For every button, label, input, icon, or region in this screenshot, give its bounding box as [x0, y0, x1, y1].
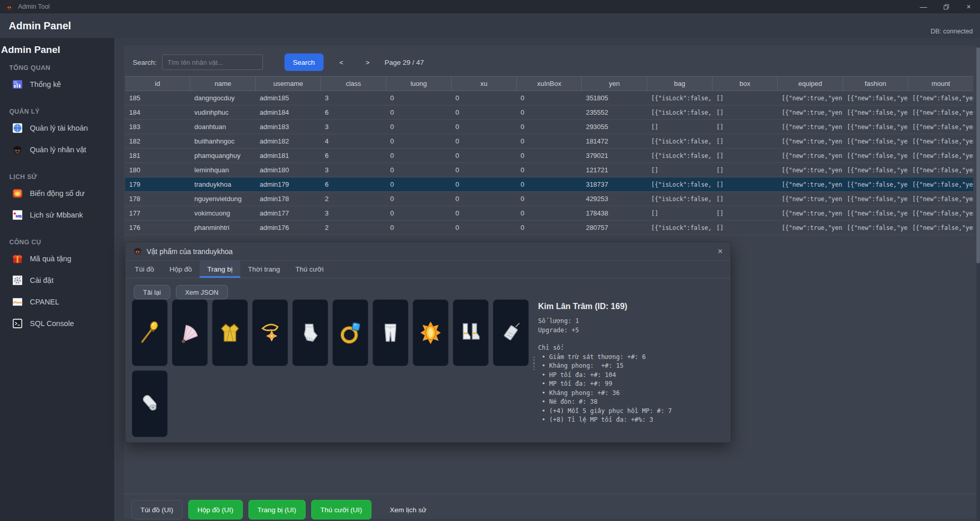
cell-equiped: [{"new":true,"yen":9...	[777, 91, 843, 105]
table-row[interactable]: 182buithanhngocadmin1824000181472[{"isLo…	[125, 134, 973, 149]
item-slot[interactable]	[332, 299, 368, 366]
sidebar-item-gift[interactable]: Mã quà tặng	[0, 248, 114, 270]
item-detail-block: Số lượng: 1 Upgrade: +5 Chỉ số: Giảm trừ…	[538, 317, 723, 425]
sidebar-item-character[interactable]: Quản lý nhân vật	[0, 139, 114, 160]
column-header-name[interactable]: name	[190, 77, 256, 91]
footer-button-0[interactable]: Túi đồ (UI)	[131, 500, 183, 519]
cell-luong: 0	[386, 206, 451, 221]
table-row[interactable]: 176phanminhtriadmin1762000280757[{"isLoc…	[125, 221, 973, 235]
footer-button-1[interactable]: Hộp đồ (UI)	[188, 500, 243, 519]
sidebar-section: CÔNG CỤMã quà tặngCài đặtCPANELSQL Conso…	[0, 239, 114, 334]
sidebar-item-stats[interactable]: Thống kê	[0, 74, 114, 95]
column-header-yen[interactable]: yen	[582, 77, 647, 91]
minimize-button[interactable]: —	[912, 0, 935, 13]
item-slot[interactable]	[212, 299, 248, 366]
modal-tab-1[interactable]: Hộp đồ	[162, 261, 200, 278]
item-slot[interactable]	[172, 299, 208, 366]
column-header-xu[interactable]: xu	[451, 77, 516, 91]
sidebar-item-mbbank[interactable]: Lịch sử Mbbank	[0, 204, 114, 226]
sidebar-item-gear[interactable]: Cài đặt	[0, 270, 114, 291]
footer-divider	[124, 494, 976, 494]
cell-class: 3	[321, 163, 386, 177]
main-scrollbar[interactable]	[976, 46, 980, 521]
column-header-equiped[interactable]: equiped	[777, 77, 843, 91]
footer-button-3[interactable]: Thú cưỡi (UI)	[311, 500, 371, 519]
pants-icon	[378, 320, 403, 346]
cell-mount: [{"new":false,"yen":...	[908, 149, 973, 163]
cell-xuInBox: 0	[516, 134, 582, 149]
cell-xu: 0	[451, 163, 516, 177]
item-slot[interactable]	[292, 299, 328, 366]
cell-bag: []	[647, 206, 712, 221]
prev-page-button[interactable]: <	[337, 59, 346, 66]
column-header-mount[interactable]: mount	[908, 77, 973, 91]
cell-mount: [{"new":false,"yen":...	[908, 192, 973, 206]
item-slot[interactable]	[372, 299, 408, 366]
sidebar-item-account[interactable]: Quản lý tài khoản	[0, 117, 114, 139]
column-header-class[interactable]: class	[321, 77, 386, 91]
close-window-button[interactable]: ×	[957, 0, 980, 13]
cell-id: 184	[125, 105, 190, 120]
item-slot[interactable]	[493, 299, 529, 366]
cell-class: 6	[321, 177, 386, 192]
sidebar-item-console[interactable]: SQL Console	[0, 313, 114, 334]
cell-username: admin185	[256, 91, 321, 105]
reload-button[interactable]: Tải lại	[134, 285, 170, 299]
search-input[interactable]	[162, 55, 263, 70]
cell-equiped: [{"new":true,"yen":9...	[777, 192, 843, 206]
column-header-bag[interactable]: bag	[647, 77, 712, 91]
modal-tab-4[interactable]: Thú cưỡi	[288, 261, 331, 278]
cell-mount: [{"new":false,"yen":...	[908, 91, 973, 105]
app-window: { "window": { "title": "Admin Tool", "co…	[0, 0, 980, 521]
app-icon	[5, 3, 13, 11]
cell-id: 181	[125, 149, 190, 163]
sidebar-item-balance[interactable]: Biến động số dư	[0, 183, 114, 204]
column-header-id[interactable]: id	[125, 77, 190, 91]
cell-luong: 0	[386, 149, 451, 163]
cell-class: 3	[321, 91, 386, 105]
table-row[interactable]: 184vudinhphucadmin1846000235552[{"isLock…	[125, 105, 973, 120]
table-row[interactable]: 180leminhquanadmin1803000121721[][][{"ne…	[125, 163, 973, 177]
table-row[interactable]: 178nguyenvietdungadmin1782000429253[{"is…	[125, 192, 973, 206]
column-header-username[interactable]: username	[256, 77, 321, 91]
glove-icon	[297, 320, 323, 346]
item-slot[interactable]	[132, 370, 168, 437]
table-row[interactable]: 177vokimcuongadmin1773000178438[][][{"ne…	[125, 206, 973, 221]
modal-tab-3[interactable]: Thời trang	[240, 261, 288, 278]
modal-close-button[interactable]: ×	[718, 247, 723, 256]
cell-id: 179	[125, 177, 190, 192]
footer-button-2[interactable]: Trang bị (UI)	[248, 500, 306, 519]
cell-xuInBox: 0	[516, 120, 582, 134]
column-header-fashion[interactable]: fashion	[843, 77, 908, 91]
table-row[interactable]: 185dangngocduyadmin1853000351805[{"isLoc…	[125, 91, 973, 105]
column-header-box[interactable]: box	[712, 77, 778, 91]
footer-button-4[interactable]: Xem lịch sử	[381, 500, 435, 519]
cell-mount: [{"new":false,"yen":...	[908, 177, 973, 192]
cell-mount: [{"new":false,"yen":...	[908, 206, 973, 221]
next-page-button[interactable]: >	[363, 59, 372, 66]
view-json-button[interactable]: Xem JSON	[176, 285, 228, 299]
cell-username: admin183	[256, 120, 321, 134]
cell-box: []	[712, 221, 778, 235]
item-slot[interactable]	[132, 299, 168, 366]
cell-username: admin184	[256, 105, 321, 120]
column-header-luong[interactable]: luong	[386, 77, 451, 91]
item-slot[interactable]	[453, 299, 489, 366]
scrollbar-thumb[interactable]	[976, 47, 980, 263]
table-row[interactable]: 183doanhtuanadmin1833000293055[][][{"new…	[125, 120, 973, 134]
item-slot[interactable]	[252, 299, 288, 366]
search-button[interactable]: Search	[284, 53, 324, 71]
sidebar-item-cpanel[interactable]: CPANEL	[0, 291, 114, 313]
column-header-xuInBox[interactable]: xuInBox	[516, 77, 582, 91]
cell-fashion: [{"new":false,"yen":...	[843, 163, 908, 177]
modal-tab-0[interactable]: Túi đồ	[127, 261, 162, 278]
modal-tab-2[interactable]: Trang bị	[200, 261, 240, 278]
grid-scroll-handle[interactable]	[530, 356, 538, 370]
sidebar-item-label: Mã quà tặng	[30, 255, 72, 263]
item-slot[interactable]	[413, 299, 449, 366]
modal-header: Vật phẩm của tranduykhoa ×	[126, 242, 730, 261]
table-row[interactable]: 181phamquanghuyadmin1816000379021[{"isLo…	[125, 149, 973, 163]
restore-button[interactable]	[935, 0, 957, 13]
cell-fashion: [{"new":false,"yen":...	[843, 149, 908, 163]
table-row[interactable]: 179tranduykhoaadmin1796000318737[{"isLoc…	[125, 177, 973, 192]
